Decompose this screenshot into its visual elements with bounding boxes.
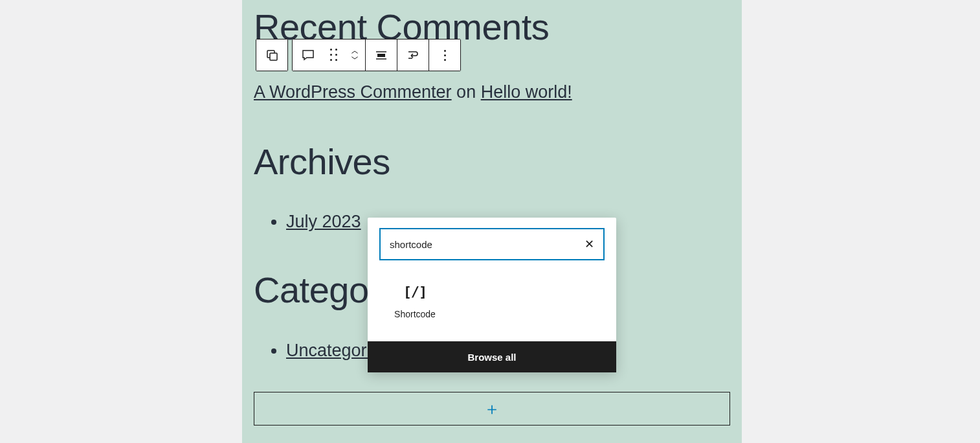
select-parent-button[interactable]	[256, 40, 287, 71]
options-button[interactable]	[429, 40, 460, 71]
search-input-wrapper: ✕	[379, 228, 605, 260]
wrap-icon	[405, 47, 421, 63]
toolbar-group-parent	[256, 39, 288, 71]
svg-rect-3	[377, 54, 385, 57]
close-icon: ✕	[585, 237, 594, 251]
plus-icon: ＋	[484, 400, 500, 417]
align-button[interactable]	[366, 40, 397, 71]
comment-icon	[300, 47, 316, 63]
toolbar-group-main	[292, 39, 461, 71]
chevron-updown-icon	[346, 50, 364, 60]
block-search-input[interactable]	[390, 239, 579, 250]
editor-canvas: Recent Comments A WordPress Commenter on…	[0, 0, 980, 443]
add-block-button[interactable]: ＋	[254, 392, 730, 426]
recent-comment-entry: A WordPress Commenter on Hello world!	[254, 82, 730, 102]
block-option-label: Shortcode	[394, 309, 436, 319]
shortcode-icon: [/]	[403, 284, 427, 300]
inserter-search-area: ✕	[368, 218, 616, 271]
more-vertical-icon	[444, 50, 446, 61]
comment-post-link[interactable]: Hello world!	[481, 82, 572, 102]
move-buttons[interactable]	[344, 40, 365, 71]
toolbar-extra-button[interactable]	[397, 40, 429, 71]
drag-handle[interactable]	[324, 40, 344, 71]
parent-block-icon	[264, 47, 280, 63]
heading-archives[interactable]: Archives	[254, 140, 730, 183]
align-icon	[373, 47, 389, 63]
comment-connector: on	[452, 82, 481, 102]
block-toolbar	[256, 39, 461, 71]
clear-search-button[interactable]: ✕	[581, 236, 597, 252]
inserter-results: [/] Shortcode	[368, 271, 616, 341]
drag-icon	[330, 49, 338, 62]
block-option-shortcode[interactable]: [/] Shortcode	[379, 277, 451, 326]
svg-rect-1	[270, 53, 277, 60]
archive-link[interactable]: July 2023	[286, 212, 361, 231]
block-inserter-popover: ✕ [/] Shortcode Browse all	[368, 218, 616, 372]
comment-author-link[interactable]: A WordPress Commenter	[254, 82, 452, 102]
browse-all-button[interactable]: Browse all	[368, 341, 616, 372]
block-type-button[interactable]	[293, 40, 324, 71]
